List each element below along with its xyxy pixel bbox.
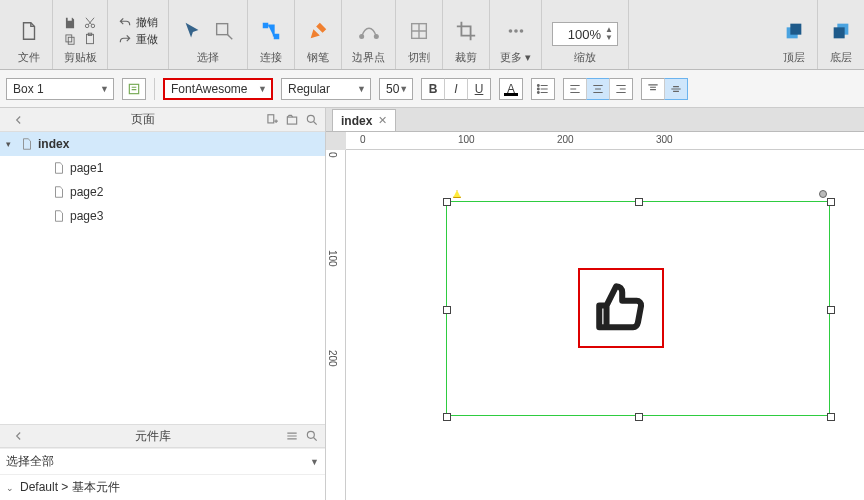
align-center-button[interactable] [586, 78, 610, 100]
tab-strip: index ✕ [326, 108, 864, 132]
tab-index[interactable]: index ✕ [332, 109, 396, 131]
thumbs-up-icon [592, 279, 650, 337]
add-page-icon[interactable] [265, 113, 279, 127]
svg-point-13 [514, 29, 518, 33]
pen-tool-icon[interactable] [305, 16, 331, 46]
new-file-icon[interactable] [16, 16, 42, 46]
paste-icon[interactable] [83, 32, 97, 46]
group-more: 更多 ▾ [490, 0, 542, 69]
widget-name-select[interactable]: Box 1▼ [6, 78, 114, 100]
crop-icon[interactable] [453, 16, 479, 46]
svg-point-26 [307, 431, 314, 438]
svg-rect-16 [790, 24, 801, 35]
underline-button[interactable]: U [467, 78, 491, 100]
more-icon[interactable] [503, 16, 529, 46]
select-tool-icon[interactable] [179, 16, 205, 46]
close-tab-icon[interactable]: ✕ [378, 114, 387, 127]
group-crop: 裁剪 [443, 0, 490, 69]
resize-handle[interactable] [443, 198, 451, 206]
connect-tool-icon[interactable] [258, 16, 284, 46]
file-label: 文件 [18, 50, 40, 65]
resize-handle[interactable] [635, 198, 643, 206]
library-select-all[interactable]: 选择全部 ▼ [0, 448, 325, 474]
redo-button[interactable]: 重做 [118, 32, 158, 47]
resize-handle[interactable] [827, 413, 835, 421]
h-align-group [563, 78, 633, 100]
v-align-group [641, 78, 688, 100]
lib-search-icon[interactable] [305, 429, 319, 443]
undo-button[interactable]: 撤销 [118, 15, 158, 30]
group-zoom: 100% ▲▼ 缩放 [542, 0, 629, 69]
group-connect: 连接 [248, 0, 295, 69]
group-boundary: 边界点 [342, 0, 396, 69]
zoom-stepper-icon[interactable]: ▲▼ [605, 26, 613, 42]
slice-icon[interactable] [406, 16, 432, 46]
copy-icon[interactable] [63, 32, 77, 46]
top-layer-icon[interactable] [781, 16, 807, 46]
svg-point-12 [508, 29, 512, 33]
font-family-select[interactable]: FontAwesome▼ [163, 78, 273, 100]
valign-middle-button[interactable] [664, 78, 688, 100]
boundary-icon[interactable] [356, 16, 382, 46]
svg-point-21 [537, 88, 539, 90]
svg-point-20 [537, 84, 539, 86]
bullets-button[interactable] [531, 78, 555, 100]
bottom-layer-icon[interactable] [828, 16, 854, 46]
font-weight-select[interactable]: Regular▼ [281, 78, 371, 100]
font-size-select[interactable]: 50▼ [379, 78, 413, 100]
zoom-input[interactable]: 100% ▲▼ [552, 22, 618, 46]
save-icon[interactable] [63, 16, 77, 30]
connector-handle-icon[interactable] [819, 190, 827, 198]
text-style-group: B I U [421, 78, 491, 100]
page-tree-item[interactable]: ▾index [0, 132, 325, 156]
library-breadcrumb[interactable]: ⌄ Default > 基本元件 [0, 474, 325, 500]
svg-rect-18 [834, 27, 845, 38]
collapse-lib-icon[interactable] [12, 429, 26, 443]
resize-handle[interactable] [635, 413, 643, 421]
resize-handle[interactable] [827, 306, 835, 314]
main-area: 页面 ▾indexpage1page2page3 元件库 选择全部 ▼ ⌄ De… [0, 108, 864, 500]
format-bar: Box 1▼ FontAwesome▼ Regular▼ 50▼ B I U A [0, 70, 864, 108]
bold-button[interactable]: B [421, 78, 445, 100]
collapse-icon[interactable] [12, 113, 26, 127]
valign-top-button[interactable] [641, 78, 665, 100]
cut-icon[interactable] [83, 16, 97, 30]
ruler-vertical: 0100200 [326, 150, 346, 500]
svg-rect-7 [263, 23, 269, 29]
canvas[interactable] [346, 150, 864, 500]
align-right-button[interactable] [609, 78, 633, 100]
svg-point-10 [374, 35, 378, 39]
lib-menu-icon[interactable] [285, 429, 299, 443]
group-slice: 切割 [396, 0, 443, 69]
svg-rect-0 [66, 35, 72, 42]
group-pen: 钢笔 [295, 0, 342, 69]
add-folder-icon[interactable] [285, 113, 299, 127]
page-tree-item[interactable]: page2 [0, 180, 325, 204]
form-icon[interactable] [122, 78, 146, 100]
top-ribbon: 文件 剪贴板 撤销 重做 选择 连接 [0, 0, 864, 70]
resize-handle[interactable] [443, 413, 451, 421]
text-color-button[interactable]: A [499, 78, 523, 100]
svg-point-22 [537, 91, 539, 93]
ruler-horizontal: 0100200300 [346, 132, 864, 150]
page-tree-item[interactable]: page1 [0, 156, 325, 180]
library-panel-header: 元件库 [0, 424, 325, 448]
pages-panel-header: 页面 [0, 108, 325, 132]
svg-point-14 [519, 29, 523, 33]
svg-rect-23 [268, 114, 274, 122]
page-tree-item[interactable]: page3 [0, 204, 325, 228]
align-left-button[interactable] [563, 78, 587, 100]
rotate-handle-icon[interactable] [453, 190, 461, 198]
canvas-area: index ✕ 0100200300 0100200 [326, 108, 864, 500]
resize-handle[interactable] [827, 198, 835, 206]
sidebar: 页面 ▾indexpage1page2page3 元件库 选择全部 ▼ ⌄ De… [0, 108, 326, 500]
group-top-layer: 顶层 [771, 0, 818, 69]
pages-tree: ▾indexpage1page2page3 [0, 132, 325, 228]
select-alt-icon[interactable] [211, 16, 237, 46]
search-pages-icon[interactable] [305, 113, 319, 127]
italic-button[interactable]: I [444, 78, 468, 100]
thumbs-up-widget[interactable] [578, 268, 664, 348]
group-bottom-layer: 底层 [818, 0, 864, 69]
resize-handle[interactable] [443, 306, 451, 314]
svg-rect-6 [217, 24, 228, 35]
